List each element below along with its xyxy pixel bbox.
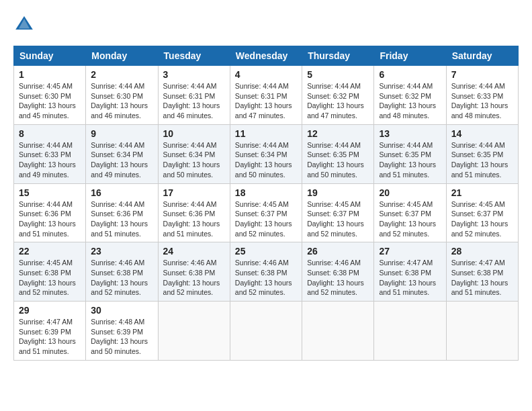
weekday-header: Monday: [86, 46, 158, 66]
day-number: 1: [19, 69, 81, 80]
calendar-cell: [446, 302, 518, 361]
logo: [13, 13, 39, 35]
day-info: Sunrise: 4:44 AM Sunset: 6:36 PM Dayligh…: [91, 199, 152, 239]
day-number: 9: [91, 128, 152, 139]
calendar-week-row: 22 Sunrise: 4:45 AM Sunset: 6:38 PM Dayl…: [14, 242, 519, 302]
calendar-cell: 10 Sunrise: 4:44 AM Sunset: 6:34 PM Dayl…: [158, 124, 230, 183]
weekday-header: Saturday: [446, 46, 518, 66]
weekday-header: Sunday: [14, 46, 86, 66]
calendar-cell: 30 Sunrise: 4:48 AM Sunset: 6:39 PM Dayl…: [86, 302, 158, 361]
day-info: Sunrise: 4:44 AM Sunset: 6:32 PM Dayligh…: [379, 81, 441, 121]
day-number: 8: [19, 128, 81, 139]
calendar-cell: 16 Sunrise: 4:44 AM Sunset: 6:36 PM Dayl…: [86, 183, 158, 242]
day-info: Sunrise: 4:44 AM Sunset: 6:31 PM Dayligh…: [235, 81, 297, 121]
day-info: Sunrise: 4:47 AM Sunset: 6:38 PM Dayligh…: [379, 258, 441, 298]
calendar-cell: [302, 302, 374, 361]
calendar-cell: 1 Sunrise: 4:45 AM Sunset: 6:30 PM Dayli…: [14, 66, 86, 125]
weekday-header: Tuesday: [158, 46, 230, 66]
day-info: Sunrise: 4:46 AM Sunset: 6:38 PM Dayligh…: [307, 258, 369, 298]
calendar-cell: [374, 302, 446, 361]
day-info: Sunrise: 4:45 AM Sunset: 6:37 PM Dayligh…: [307, 199, 369, 239]
calendar-cell: 17 Sunrise: 4:44 AM Sunset: 6:36 PM Dayl…: [158, 183, 230, 242]
day-info: Sunrise: 4:44 AM Sunset: 6:34 PM Dayligh…: [235, 140, 297, 180]
day-number: 3: [163, 69, 225, 80]
calendar-cell: 22 Sunrise: 4:45 AM Sunset: 6:38 PM Dayl…: [14, 242, 86, 302]
day-info: Sunrise: 4:46 AM Sunset: 6:38 PM Dayligh…: [91, 258, 152, 298]
calendar-cell: 4 Sunrise: 4:44 AM Sunset: 6:31 PM Dayli…: [230, 66, 302, 125]
calendar-week-row: 29 Sunrise: 4:47 AM Sunset: 6:39 PM Dayl…: [14, 302, 519, 361]
calendar-cell: 3 Sunrise: 4:44 AM Sunset: 6:31 PM Dayli…: [158, 66, 230, 125]
day-number: 25: [235, 246, 297, 257]
calendar-cell: [158, 302, 230, 361]
day-info: Sunrise: 4:45 AM Sunset: 6:37 PM Dayligh…: [451, 199, 513, 239]
day-number: 15: [19, 187, 81, 198]
day-number: 21: [451, 187, 513, 198]
weekday-header: Friday: [374, 46, 446, 66]
calendar-cell: 21 Sunrise: 4:45 AM Sunset: 6:37 PM Dayl…: [446, 183, 518, 242]
calendar-cell: 7 Sunrise: 4:44 AM Sunset: 6:33 PM Dayli…: [446, 66, 518, 125]
day-info: Sunrise: 4:44 AM Sunset: 6:36 PM Dayligh…: [163, 199, 225, 239]
day-info: Sunrise: 4:48 AM Sunset: 6:39 PM Dayligh…: [91, 317, 152, 357]
day-info: Sunrise: 4:44 AM Sunset: 6:35 PM Dayligh…: [451, 140, 513, 180]
day-info: Sunrise: 4:44 AM Sunset: 6:35 PM Dayligh…: [307, 140, 369, 180]
day-number: 29: [19, 305, 81, 316]
calendar-cell: 15 Sunrise: 4:44 AM Sunset: 6:36 PM Dayl…: [14, 183, 86, 242]
day-number: 5: [307, 69, 369, 80]
day-number: 26: [307, 246, 369, 257]
calendar-table: SundayMondayTuesdayWednesdayThursdayFrid…: [13, 46, 519, 361]
day-info: Sunrise: 4:44 AM Sunset: 6:33 PM Dayligh…: [19, 140, 81, 180]
calendar-cell: [230, 302, 302, 361]
calendar-cell: 24 Sunrise: 4:46 AM Sunset: 6:38 PM Dayl…: [158, 242, 230, 302]
day-number: 13: [379, 128, 441, 139]
calendar-week-row: 1 Sunrise: 4:45 AM Sunset: 6:30 PM Dayli…: [14, 66, 519, 125]
day-number: 23: [91, 246, 152, 257]
calendar-cell: 14 Sunrise: 4:44 AM Sunset: 6:35 PM Dayl…: [446, 124, 518, 183]
weekday-header: Wednesday: [230, 46, 302, 66]
day-number: 19: [307, 187, 369, 198]
calendar-cell: 2 Sunrise: 4:44 AM Sunset: 6:30 PM Dayli…: [86, 66, 158, 125]
day-info: Sunrise: 4:44 AM Sunset: 6:36 PM Dayligh…: [19, 199, 81, 239]
calendar-cell: 28 Sunrise: 4:47 AM Sunset: 6:38 PM Dayl…: [446, 242, 518, 302]
day-number: 7: [451, 69, 513, 80]
day-number: 2: [91, 69, 152, 80]
page-header: [13, 13, 519, 35]
day-info: Sunrise: 4:44 AM Sunset: 6:34 PM Dayligh…: [91, 140, 152, 180]
day-info: Sunrise: 4:44 AM Sunset: 6:32 PM Dayligh…: [307, 81, 369, 121]
calendar-cell: 8 Sunrise: 4:44 AM Sunset: 6:33 PM Dayli…: [14, 124, 86, 183]
calendar-cell: 23 Sunrise: 4:46 AM Sunset: 6:38 PM Dayl…: [86, 242, 158, 302]
day-info: Sunrise: 4:44 AM Sunset: 6:35 PM Dayligh…: [379, 140, 441, 180]
day-info: Sunrise: 4:45 AM Sunset: 6:30 PM Dayligh…: [19, 81, 81, 121]
calendar-cell: 13 Sunrise: 4:44 AM Sunset: 6:35 PM Dayl…: [374, 124, 446, 183]
day-number: 30: [91, 305, 152, 316]
calendar-cell: 19 Sunrise: 4:45 AM Sunset: 6:37 PM Dayl…: [302, 183, 374, 242]
day-number: 6: [379, 69, 441, 80]
calendar-cell: 20 Sunrise: 4:45 AM Sunset: 6:37 PM Dayl…: [374, 183, 446, 242]
day-info: Sunrise: 4:45 AM Sunset: 6:37 PM Dayligh…: [235, 199, 297, 239]
day-info: Sunrise: 4:44 AM Sunset: 6:30 PM Dayligh…: [91, 81, 152, 121]
day-number: 24: [163, 246, 225, 257]
day-info: Sunrise: 4:47 AM Sunset: 6:38 PM Dayligh…: [451, 258, 513, 298]
day-info: Sunrise: 4:45 AM Sunset: 6:37 PM Dayligh…: [379, 199, 441, 239]
calendar-cell: 9 Sunrise: 4:44 AM Sunset: 6:34 PM Dayli…: [86, 124, 158, 183]
day-info: Sunrise: 4:47 AM Sunset: 6:39 PM Dayligh…: [19, 317, 81, 357]
day-number: 4: [235, 69, 297, 80]
day-number: 27: [379, 246, 441, 257]
calendar-cell: 12 Sunrise: 4:44 AM Sunset: 6:35 PM Dayl…: [302, 124, 374, 183]
calendar-cell: 11 Sunrise: 4:44 AM Sunset: 6:34 PM Dayl…: [230, 124, 302, 183]
day-number: 28: [451, 246, 513, 257]
day-info: Sunrise: 4:46 AM Sunset: 6:38 PM Dayligh…: [163, 258, 225, 298]
day-number: 14: [451, 128, 513, 139]
calendar-cell: 27 Sunrise: 4:47 AM Sunset: 6:38 PM Dayl…: [374, 242, 446, 302]
day-number: 12: [307, 128, 369, 139]
calendar-cell: 5 Sunrise: 4:44 AM Sunset: 6:32 PM Dayli…: [302, 66, 374, 125]
day-number: 22: [19, 246, 81, 257]
weekday-header: Thursday: [302, 46, 374, 66]
calendar-cell: 29 Sunrise: 4:47 AM Sunset: 6:39 PM Dayl…: [14, 302, 86, 361]
day-number: 17: [163, 187, 225, 198]
day-info: Sunrise: 4:44 AM Sunset: 6:34 PM Dayligh…: [163, 140, 225, 180]
logo-icon: [13, 13, 35, 35]
day-number: 18: [235, 187, 297, 198]
weekday-header-row: SundayMondayTuesdayWednesdayThursdayFrid…: [14, 46, 519, 66]
calendar-cell: 25 Sunrise: 4:46 AM Sunset: 6:38 PM Dayl…: [230, 242, 302, 302]
day-info: Sunrise: 4:44 AM Sunset: 6:31 PM Dayligh…: [163, 81, 225, 121]
